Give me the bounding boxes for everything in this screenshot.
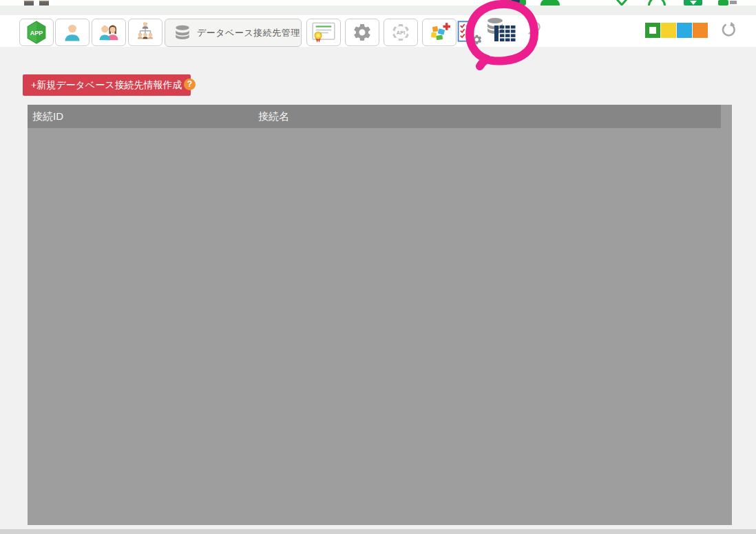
users-icon [97,22,120,43]
partial-check-icon[interactable] [615,0,629,6]
org-chart-icon [134,21,157,43]
org-chart-button[interactable] [128,19,162,46]
users-button[interactable] [92,19,126,46]
search-icon [526,21,543,37]
view-toggle-green-square[interactable] [645,23,660,38]
create-connection-button[interactable]: +新規データベース接続先情報作成 [23,74,191,96]
table-body-empty [28,128,732,525]
partial-tab-icon[interactable] [24,1,34,6]
tab-database-connection-management[interactable]: データベース接続先管理 [165,19,302,47]
database-table-button[interactable] [485,17,518,43]
view-toggle-yellow-square[interactable] [661,23,676,38]
help-icon[interactable]: ? [184,79,196,90]
refresh-button[interactable] [720,21,737,39]
partial-green-icon[interactable] [505,0,526,6]
app-button[interactable]: APP [19,19,54,46]
small-gear-icon [471,34,483,45]
app-label: APP [30,30,43,37]
page-content: +新規データベース接続先情報作成 ? 接続ID 接続名 [0,47,756,534]
certificate-button[interactable] [306,19,341,46]
partial-ring-icon[interactable] [648,0,666,6]
api-button[interactable]: API [384,19,418,46]
user-icon [62,22,83,43]
connections-table: 接続ID 接続名 [28,105,732,525]
chrome-divider [0,6,756,15]
view-toggle-orange-square[interactable] [693,23,708,38]
gear-icon [352,22,372,43]
tab-label: データベース接続先管理 [197,27,300,39]
checklist-settings-button[interactable] [457,20,476,43]
browser-chrome-partial [0,0,756,6]
partial-tab-icon[interactable] [39,1,49,6]
horizontal-scrollbar[interactable] [0,529,756,534]
main-toolbar: APP [0,15,756,47]
api-gear-icon: API [390,22,411,43]
partial-person-icon[interactable] [540,0,560,6]
settings-button[interactable] [345,19,379,46]
certificate-icon [312,22,335,43]
table-header-row: 接続ID 接続名 [28,105,721,128]
partial-speaker-icon[interactable] [718,0,728,6]
blocks-plus-icon [428,21,451,43]
database-table-icon [485,17,518,43]
user-button[interactable] [55,19,90,46]
column-header-connection-id[interactable]: 接続ID [32,105,63,128]
column-header-connection-name[interactable]: 接続名 [258,105,289,128]
partial-download-icon[interactable] [684,0,702,6]
app-screen: APP [0,0,756,534]
app-hexagon-icon: APP [25,21,48,44]
api-label: API [397,30,406,36]
view-toggle-blue-square[interactable] [677,23,692,38]
database-icon [174,24,191,42]
modules-add-button[interactable] [422,19,456,46]
refresh-icon [720,21,737,39]
